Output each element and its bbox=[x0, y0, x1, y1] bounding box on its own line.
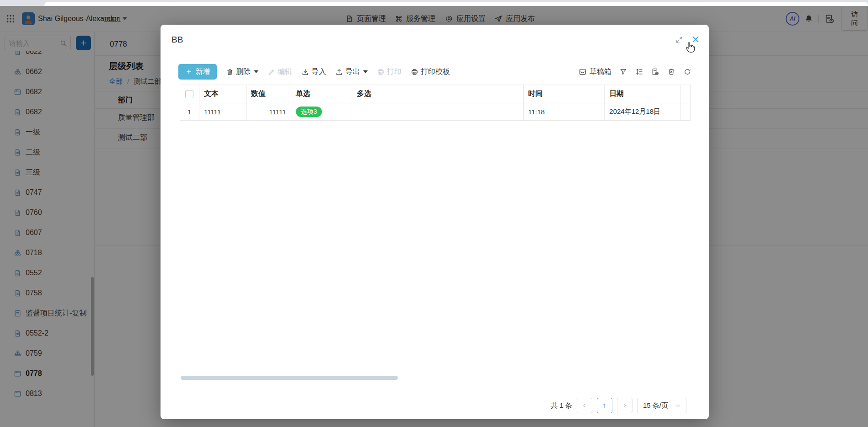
records-table: 文本 数值 单选 多选 时间 日期 1 11111 11111 选项3 11:1… bbox=[180, 85, 691, 121]
draftbox-button[interactable]: 草稿箱 bbox=[579, 67, 611, 77]
row-time-cell: 11:18 bbox=[524, 103, 605, 120]
spacer-cell bbox=[681, 85, 690, 103]
delete-button[interactable]: 删除 bbox=[226, 67, 258, 77]
spacer-cell bbox=[681, 103, 690, 120]
export-icon bbox=[335, 68, 343, 76]
plus-icon bbox=[185, 68, 193, 75]
import-icon bbox=[301, 68, 309, 76]
row-number-cell: 11111 bbox=[246, 103, 291, 120]
table-row[interactable]: 1 11111 11111 选项3 11:18 2024年12月18日 bbox=[180, 103, 691, 121]
caret-down-icon bbox=[254, 70, 258, 73]
print-label: 打印 bbox=[387, 67, 402, 77]
browser-tab-bottom bbox=[44, 2, 868, 6]
delete-label: 删除 bbox=[236, 67, 251, 77]
horizontal-scrollbar[interactable] bbox=[181, 376, 398, 380]
recycle-bin-icon[interactable] bbox=[667, 68, 675, 76]
draftbox-icon bbox=[579, 68, 587, 76]
edit-button[interactable]: 编辑 bbox=[268, 67, 292, 77]
modal-toolbar-right: 草稿箱 bbox=[579, 64, 691, 80]
column-header-single-select: 单选 bbox=[291, 85, 353, 103]
page-size-value: 15 条/页 bbox=[643, 401, 668, 410]
edit-label: 编辑 bbox=[278, 67, 292, 77]
print-button[interactable]: 打印 bbox=[377, 67, 402, 77]
chevron-down-icon bbox=[675, 402, 681, 409]
chevron-right-icon bbox=[621, 402, 628, 409]
draftbox-label: 草稿箱 bbox=[589, 67, 611, 77]
printer-icon bbox=[377, 68, 385, 76]
print-template-button[interactable]: 打印模板 bbox=[411, 67, 450, 77]
prev-page-button[interactable] bbox=[577, 398, 592, 413]
column-header-multi-select: 多选 bbox=[352, 85, 523, 103]
sort-columns-icon[interactable] bbox=[635, 68, 643, 76]
modal-dialog: BB 新增 删除 编辑 导入 导出 bbox=[161, 25, 709, 419]
print-template-label: 打印模板 bbox=[421, 67, 450, 77]
caret-down-icon bbox=[363, 70, 368, 73]
next-page-button[interactable] bbox=[617, 398, 632, 413]
export-button[interactable]: 导出 bbox=[335, 67, 368, 77]
chevron-left-icon bbox=[581, 402, 588, 409]
printer-icon bbox=[411, 68, 418, 76]
mouse-cursor bbox=[684, 41, 697, 54]
header-checkbox-cell bbox=[180, 85, 199, 103]
export-label: 导出 bbox=[345, 67, 360, 77]
page-size-select[interactable]: 15 条/页 bbox=[637, 398, 686, 413]
row-index-cell: 1 bbox=[180, 103, 199, 120]
template-settings-icon[interactable] bbox=[651, 68, 659, 76]
column-header-number: 数值 bbox=[246, 85, 291, 103]
screen: Shai Gilgeous-Alexander 11111 页面管理 服务管理 … bbox=[0, 0, 868, 427]
modal-title: BB bbox=[171, 35, 183, 45]
status-badge: 选项3 bbox=[296, 107, 322, 117]
page-number-button[interactable]: 1 bbox=[597, 398, 612, 413]
expand-icon[interactable] bbox=[675, 36, 683, 44]
add-label: 新增 bbox=[195, 67, 210, 77]
column-header-text: 文本 bbox=[199, 85, 246, 103]
pagination: 共 1 条 1 15 条/页 bbox=[551, 398, 686, 413]
filter-icon[interactable] bbox=[619, 68, 627, 76]
pencil-icon bbox=[268, 68, 275, 76]
row-multi-select-cell bbox=[352, 103, 523, 120]
trash-icon bbox=[226, 68, 234, 76]
add-record-button[interactable]: 新增 bbox=[178, 64, 217, 80]
total-count-label: 共 1 条 bbox=[551, 401, 572, 410]
import-button[interactable]: 导入 bbox=[301, 67, 326, 77]
table-header-row: 文本 数值 单选 多选 时间 日期 bbox=[180, 85, 691, 103]
import-label: 导入 bbox=[311, 67, 326, 77]
row-date-cell: 2024年12月18日 bbox=[605, 103, 681, 120]
select-all-checkbox[interactable] bbox=[185, 90, 193, 98]
row-text-cell: 11111 bbox=[199, 103, 246, 120]
refresh-icon[interactable] bbox=[683, 68, 691, 76]
row-single-select-cell: 选项3 bbox=[291, 103, 353, 120]
column-header-date: 日期 bbox=[605, 85, 681, 103]
column-header-time: 时间 bbox=[524, 85, 605, 103]
browser-chrome-strip bbox=[0, 0, 868, 6]
